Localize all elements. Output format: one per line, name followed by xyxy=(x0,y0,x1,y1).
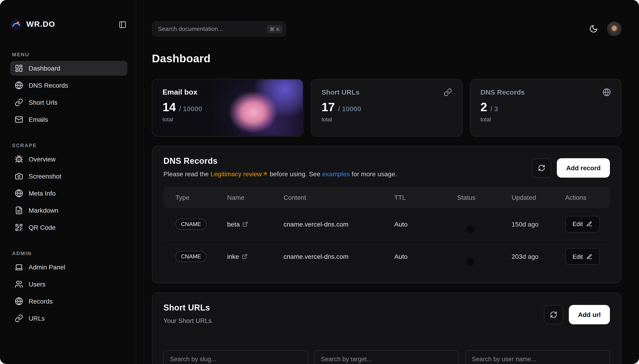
link-icon xyxy=(443,88,452,96)
short-urls-panel: Short URLs Your Short URLs Add url xyxy=(152,292,621,364)
search-by-slug-input[interactable] xyxy=(163,350,308,364)
logo: WR.DO xyxy=(10,18,127,30)
search-input[interactable]: Search documentation... ⌘ K xyxy=(152,21,286,36)
pencil-icon xyxy=(587,254,593,260)
refresh-button[interactable] xyxy=(544,305,563,324)
moon-icon xyxy=(589,24,598,33)
camera-icon xyxy=(15,172,23,180)
sidebar-item-emails[interactable]: Emails xyxy=(10,112,127,127)
sidebar-item-meta-info[interactable]: Meta Info xyxy=(10,186,127,201)
globe-icon xyxy=(15,297,23,306)
sidebar-item-label: Users xyxy=(29,280,46,288)
search-shortcut: ⌘ K xyxy=(267,25,282,33)
users-icon xyxy=(15,280,23,288)
section-label-menu: MENU xyxy=(12,52,127,57)
stat-cards: Email box 14 / 10000 total Short URLs 17… xyxy=(152,79,621,136)
panel-subtitle: Your Short URLs xyxy=(163,317,212,324)
sidebar-item-records[interactable]: Records xyxy=(10,294,127,309)
column-header-actions: Actions xyxy=(565,194,610,201)
edit-button[interactable]: Edit xyxy=(565,248,600,265)
search-by-user-name-input[interactable] xyxy=(465,350,610,364)
globe-icon xyxy=(15,189,23,198)
sidebar-item-screenshot[interactable]: Screenshot xyxy=(10,169,127,184)
record-content: cname.vercel-dns.com xyxy=(283,220,394,228)
page-title: Dashboard xyxy=(152,52,621,65)
examples-link[interactable]: examples xyxy=(322,170,350,178)
logo-text: WR.DO xyxy=(26,20,55,29)
app-window: WR.DO MENU Dashboard DNS Records Sho xyxy=(0,0,639,364)
stat-value: 17 xyxy=(322,101,335,113)
link-icon xyxy=(15,314,23,322)
stat-value: 14 xyxy=(163,101,176,113)
description-text: before using. See xyxy=(268,170,322,178)
column-header-name: Name xyxy=(227,194,283,201)
record-content: cname.vercel-dns.com xyxy=(283,253,394,260)
sidebar-item-label: QR Code xyxy=(29,224,56,231)
stat-value: 2 xyxy=(480,101,487,113)
record-name: beta xyxy=(227,220,240,228)
sidebar-item-dns-records[interactable]: DNS Records xyxy=(10,78,127,93)
stat-denominator: / 10000 xyxy=(179,105,202,112)
column-header-type: Type xyxy=(175,194,227,201)
globe-icon xyxy=(15,81,23,90)
record-name: inke xyxy=(227,253,239,260)
sidebar-item-qr-code[interactable]: QR Code xyxy=(10,220,127,235)
panel-title: DNS Records xyxy=(163,156,397,166)
mail-icon xyxy=(15,115,23,124)
table-row: CNAME inke cname.vercel-dns.com Auto 203… xyxy=(163,240,610,273)
main-content: Search documentation... ⌘ K Dashboard Em… xyxy=(136,0,639,364)
sidebar-item-label: Meta Info xyxy=(29,190,56,197)
sidebar-item-label: URLs xyxy=(29,315,45,322)
add-url-button[interactable]: Add url xyxy=(569,305,610,324)
column-header-content: Content xyxy=(283,194,394,201)
sidebar-nav: MENU Dashboard DNS Records Short Urls Em… xyxy=(10,52,127,342)
stat-caption: total xyxy=(163,116,293,123)
bug-icon xyxy=(15,155,23,163)
add-record-button[interactable]: Add record xyxy=(557,158,610,178)
stat-denominator: / 10000 xyxy=(338,105,361,112)
sidebar-item-label: Admin Panel xyxy=(29,264,65,271)
search-by-target-input[interactable] xyxy=(314,350,459,364)
sidebar: WR.DO MENU Dashboard DNS Records Sho xyxy=(0,0,136,364)
sidebar-collapse-button[interactable] xyxy=(117,20,127,30)
stat-title: Short URLs xyxy=(322,88,360,96)
sidebar-item-admin-panel[interactable]: Admin Panel xyxy=(10,260,127,274)
sidebar-item-label: Emails xyxy=(29,116,48,123)
sidebar-item-markdown[interactable]: Markdown xyxy=(10,203,127,218)
theme-toggle-button[interactable] xyxy=(588,23,599,34)
legitimacy-review-link[interactable]: Legitimacy review xyxy=(210,170,268,178)
refresh-icon xyxy=(538,164,545,172)
sidebar-item-label: Screenshot xyxy=(29,172,61,180)
sidebar-item-short-urls[interactable]: Short Urls xyxy=(10,95,127,110)
arrow-up-right-icon xyxy=(262,171,268,177)
edit-button[interactable]: Edit xyxy=(565,216,600,232)
record-ttl: Auto xyxy=(394,253,457,260)
laptop-icon xyxy=(15,263,23,271)
sidebar-item-dashboard[interactable]: Dashboard xyxy=(10,61,127,76)
record-type-badge: CNAME xyxy=(175,251,207,262)
column-header-ttl: TTL xyxy=(394,194,457,201)
refresh-button[interactable] xyxy=(532,158,551,178)
refresh-icon xyxy=(550,311,557,318)
panel-left-icon xyxy=(118,20,126,28)
table-row: CNAME beta cname.vercel-dns.com Auto 150… xyxy=(163,208,610,240)
short-urls-filters xyxy=(163,350,610,364)
external-link-icon[interactable] xyxy=(242,254,247,259)
sidebar-item-users[interactable]: Users xyxy=(10,277,127,292)
dns-records-panel: DNS Records Please read the Legitimacy r… xyxy=(152,146,621,283)
sidebar-item-label: Dashboard xyxy=(29,64,60,72)
avatar[interactable] xyxy=(607,22,621,36)
stat-caption: total xyxy=(480,116,611,123)
column-header-updated: Updated xyxy=(512,194,565,201)
table-header-row: Type Name Content TTL Status Updated Act… xyxy=(163,187,610,208)
description-text: for more usage. xyxy=(350,170,397,178)
sidebar-item-overview[interactable]: Overview xyxy=(10,152,127,166)
file-text-icon xyxy=(15,206,23,214)
section-label-scrape: SCRAPE xyxy=(12,142,127,148)
external-link-icon[interactable] xyxy=(243,221,248,227)
record-type-badge: CNAME xyxy=(175,218,207,230)
sidebar-item-urls[interactable]: URLs xyxy=(10,311,127,326)
stat-card-email-box: Email box 14 / 10000 total xyxy=(152,79,303,136)
stat-card-short-urls: Short URLs 17 / 10000 total xyxy=(311,79,463,136)
description-text: Please read the xyxy=(163,170,210,178)
